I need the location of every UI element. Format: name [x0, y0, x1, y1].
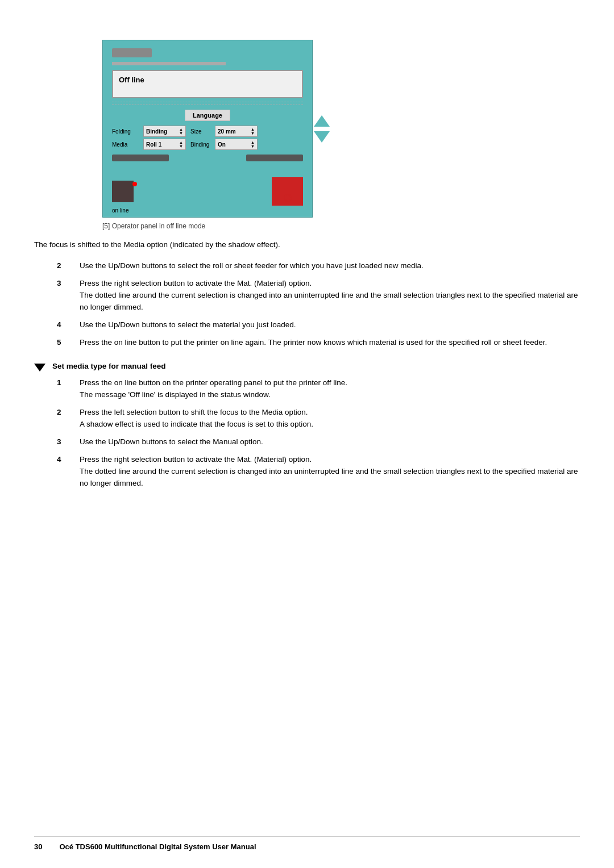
roll-arrows: ▲▼: [179, 140, 183, 148]
binding-value-arrows: ▲▼: [251, 140, 255, 148]
binding-select-value: Binding: [146, 128, 167, 135]
media-row: Media Roll 1 ▲▼ Binding On ▲▼: [112, 139, 303, 150]
binding-value: On: [218, 141, 226, 148]
step-text: Use the Up/Down buttons to select the ro…: [80, 261, 424, 270]
size-value-box[interactable]: 20 mm ▲▼: [215, 126, 258, 137]
roll-select-value: Roll 1: [146, 141, 161, 148]
panel-illustration: Off line Language Folding Binding ▲▼: [102, 40, 313, 218]
figure-caption: [5] Operator panel in off line mode: [102, 222, 205, 230]
step-number: 5: [57, 337, 61, 349]
step-text: Press the left selection button to shift…: [80, 408, 313, 428]
left-mid-button[interactable]: [112, 155, 169, 161]
up-arrow[interactable]: [314, 115, 330, 127]
size-label: Size: [190, 128, 210, 135]
intro-paragraph: The focus is shifted to the Media option…: [34, 239, 580, 251]
step-number: 4: [57, 319, 61, 331]
status-text: Off line: [119, 76, 296, 84]
down-arrow[interactable]: [314, 131, 330, 143]
step-text: Press the right selection button to acti…: [80, 455, 578, 487]
online-button[interactable]: [112, 181, 134, 202]
bottom-row: on line ◉: [112, 177, 303, 206]
list-item: 5 Press the on line button to put the pr…: [68, 337, 580, 349]
step-number: 2: [57, 260, 61, 272]
step-number: 3: [57, 278, 61, 290]
section2-title: Set media type for manual feed: [52, 362, 166, 370]
list-item: 2 Use the Up/Down buttons to select the …: [68, 260, 580, 272]
online-btn-wrapper: on line: [112, 181, 134, 202]
step-number: 1: [57, 377, 61, 389]
list-item: 3 Press the right selection button to ac…: [68, 278, 580, 314]
binding-label: Binding: [190, 141, 210, 148]
folding-label: Folding: [112, 128, 143, 135]
page-content: Off line Language Folding Binding ▲▼: [34, 40, 580, 490]
folding-row: Folding Binding ▲▼ Size 20 mm ▲▼: [112, 126, 303, 137]
steps-list-2: 1 Press the on line button on the printe…: [68, 377, 580, 489]
steps-list-1: 2 Use the Up/Down buttons to select the …: [68, 260, 580, 349]
footer-title: Océ TDS600 Multifunctional Digital Syste…: [59, 842, 256, 851]
stop-button[interactable]: ◉: [272, 177, 303, 206]
language-label: Language: [185, 110, 230, 121]
step-text: Press the right selection button to acti…: [80, 279, 578, 311]
panel-thin-bar: [112, 62, 226, 65]
binding-value-box[interactable]: On ▲▼: [215, 139, 258, 150]
media-label: Media: [112, 141, 143, 148]
list-item: 4 Press the right selection button to ac…: [68, 454, 580, 490]
size-arrows: ▲▼: [251, 127, 255, 135]
panel-separator-2: [112, 105, 303, 105]
panel-separator-1: [112, 102, 303, 102]
step-text: Press the on line button on the printer …: [80, 378, 347, 399]
online-label: on line: [112, 207, 128, 214]
status-window: Off line: [112, 70, 303, 98]
page-footer: 30 Océ TDS600 Multifunctional Digital Sy…: [34, 836, 580, 851]
size-value: 20 mm: [218, 128, 236, 135]
step-text: Use the Up/Down buttons to select the ma…: [80, 320, 296, 329]
triangle-icon: [34, 364, 45, 372]
list-item: 4 Use the Up/Down buttons to select the …: [68, 319, 580, 331]
mid-buttons: [112, 155, 303, 161]
stop-icon: ◉: [283, 191, 292, 203]
list-item: 1 Press the on line button on the printe…: [68, 377, 580, 401]
step-text: Press the on line button to put the prin…: [80, 338, 547, 347]
page-number: 30: [34, 842, 42, 851]
step-text: Use the Up/Down buttons to select the Ma…: [80, 437, 263, 446]
roll-select[interactable]: Roll 1 ▲▼: [143, 139, 186, 150]
list-item: 3 Use the Up/Down buttons to select the …: [68, 436, 580, 448]
step-number: 2: [57, 407, 61, 419]
red-indicator: [132, 182, 137, 186]
binding-select[interactable]: Binding ▲▼: [143, 126, 186, 137]
right-mid-button[interactable]: [246, 155, 303, 161]
step-number: 4: [57, 454, 61, 466]
section2-header: Set media type for manual feed: [34, 362, 580, 372]
panel-top-bar: [112, 48, 152, 57]
panel-arrows: [314, 115, 330, 143]
panel-figure: Off line Language Folding Binding ▲▼: [102, 40, 580, 230]
list-item: 2 Press the left selection button to shi…: [68, 407, 580, 431]
binding-arrows: ▲▼: [179, 127, 183, 135]
step-number: 3: [57, 436, 61, 448]
